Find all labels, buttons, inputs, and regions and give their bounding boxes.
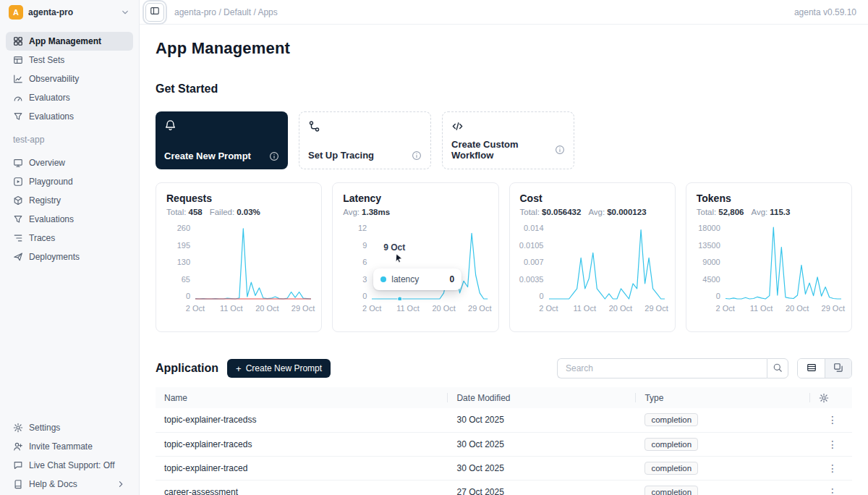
info-icon[interactable] [555, 145, 565, 155]
sidebar-item-test-sets[interactable]: Test Sets [6, 51, 133, 69]
chart-plot [726, 224, 841, 300]
search-button[interactable] [767, 358, 788, 378]
create-custom-workflow-card[interactable]: Create Custom Workflow [442, 111, 574, 169]
sidebar-item-label: Evaluations [29, 111, 74, 122]
info-icon[interactable] [269, 151, 279, 161]
sidebar-item-label: Evaluators [29, 93, 70, 103]
metric-charts: RequestsTotal:458Failed:0.03%26019513065… [156, 182, 852, 332]
gear-icon [13, 423, 23, 433]
chart-stat: Avg:$0.000123 [588, 208, 646, 216]
page-title: App Management [156, 39, 852, 58]
x-tick-label: 20 Oct [432, 304, 455, 313]
card-view-button[interactable] [825, 359, 851, 378]
sidebar-item-label: Test Sets [29, 55, 64, 65]
panel-icon [150, 6, 160, 18]
sidebar: A agenta-pro App ManagementTest SetsObse… [0, 0, 140, 495]
gauge-icon [13, 93, 23, 103]
table-view-button[interactable] [798, 359, 825, 378]
play-icon [13, 177, 23, 187]
breadcrumb[interactable]: agenta-pro / Default / Apps [174, 7, 278, 17]
chart-stat: Failed:0.03% [210, 208, 260, 216]
tooltip-series-name: latency [391, 274, 419, 284]
row-more-button[interactable]: ⋮ [823, 412, 842, 427]
x-axis: 2 Oct11 Oct20 Oct29 Oct [549, 304, 665, 314]
chart-card-latency: LatencyAvg:1.38ms1296302 Oct11 Oct20 Oct… [332, 182, 498, 332]
app-type: completion [636, 480, 810, 495]
sidebar-item-playground[interactable]: Playground [6, 172, 133, 191]
x-tick-label: 11 Oct [573, 304, 596, 313]
y-tick-label: 0 [716, 292, 720, 300]
workspace-switcher[interactable]: A agenta-pro [0, 0, 139, 25]
series-dot-icon [380, 276, 386, 282]
y-tick-label: 9000 [702, 258, 720, 266]
sidebar-item-registry[interactable]: Registry [6, 191, 133, 210]
y-axis: 129630 [343, 224, 372, 300]
column-header-name[interactable]: Name [156, 387, 448, 408]
sidebar-item-deployments[interactable]: Deployments [6, 248, 133, 266]
chart-title: Tokens [697, 192, 841, 204]
row-more-button[interactable]: ⋮ [823, 485, 842, 495]
y-axis: 1800013500900045000 [697, 224, 726, 300]
sidebar-item-evaluators[interactable]: Evaluators [6, 88, 133, 107]
sidebar-app-nav: OverviewPlaygroundRegistryEvaluationsTra… [0, 149, 139, 266]
column-header-type[interactable]: Type [636, 387, 810, 408]
app-name: topic-explainer-tracedss [156, 408, 448, 432]
create-new-prompt-card[interactable]: Create New Prompt [156, 111, 288, 169]
chevron-down-icon [120, 7, 130, 17]
app-type: completion [636, 432, 810, 456]
table-row[interactable]: topic-explainer-tracedss30 Oct 2025compl… [156, 408, 852, 432]
sidebar-item-label: Settings [29, 423, 60, 433]
sidebar-item-traces[interactable]: Traces [6, 229, 133, 248]
create-new-prompt-button[interactable]: + Create New Prompt [227, 359, 331, 378]
gear-icon[interactable] [819, 393, 829, 403]
hover-point-marker [398, 297, 402, 300]
search-input[interactable] [557, 358, 767, 378]
y-tick-label: 0 [362, 292, 367, 300]
table-row[interactable]: topic-explainer-traceds30 Oct 2025comple… [156, 432, 852, 456]
info-icon[interactable] [412, 151, 422, 161]
table-row[interactable]: career-assessment27 Oct 2025completion⋮ [156, 480, 852, 495]
set-up-tracing-card[interactable]: Set Up Tracing [299, 111, 431, 169]
grid-icon [13, 36, 23, 46]
sidebar-item-evaluations[interactable]: Evaluations [6, 210, 133, 229]
y-tick-label: 195 [177, 242, 190, 250]
y-tick-label: 65 [182, 276, 190, 284]
sidebar-item-settings[interactable]: Settings [6, 418, 133, 437]
view-toggle [797, 358, 852, 378]
get-started-title: Get Started [156, 82, 852, 96]
type-badge: completion [644, 413, 698, 426]
chart-stats: Total:52,806Avg:115.3 [697, 208, 841, 216]
chart-stat: Avg:115.3 [751, 208, 790, 216]
y-tick-label: 18000 [698, 224, 720, 232]
book-icon [13, 479, 23, 489]
sidebar-item-overview[interactable]: Overview [6, 153, 133, 172]
chart-stat: Avg:1.38ms [343, 208, 390, 216]
chart-stats: Total:458Failed:0.03% [166, 208, 311, 216]
y-tick-label: 130 [177, 258, 190, 266]
sidebar-item-help-docs[interactable]: Help & Docs [6, 475, 133, 494]
table-icon [13, 55, 23, 65]
sidebar-item-invite-teammate[interactable]: Invite Teammate [6, 437, 133, 456]
sidebar-item-label: Traces [29, 233, 55, 243]
sidebar-item-evaluations[interactable]: Evaluations [6, 107, 133, 126]
sidebar-item-observability[interactable]: Observability [6, 69, 133, 88]
table-row[interactable]: topic-explainer-traced30 Oct 2025complet… [156, 456, 852, 480]
column-header-actions [810, 387, 852, 408]
chart-card-tokens: TokensTotal:52,806Avg:115.31800013500900… [686, 182, 852, 332]
main-column: agenta-pro / Default / Apps agenta v0.59… [140, 0, 868, 495]
y-tick-label: 0 [539, 292, 543, 300]
sidebar-item-live-chat-support-off[interactable]: Live Chat Support: Off [6, 456, 133, 475]
plane-icon [13, 252, 23, 262]
flow-icon [308, 120, 422, 132]
tree-icon [13, 233, 23, 243]
sidebar-collapse-button[interactable] [145, 3, 164, 22]
chart-stats: Total:$0.056432Avg:$0.000123 [520, 208, 665, 216]
row-more-button[interactable]: ⋮ [823, 437, 842, 452]
column-header-date-modified[interactable]: Date Modified [448, 387, 636, 408]
x-tick-label: 11 Oct [750, 304, 773, 313]
sidebar-item-app-management[interactable]: App Management [6, 32, 133, 51]
row-more-button[interactable]: ⋮ [823, 461, 842, 475]
app-version: agenta v0.59.10 [794, 7, 856, 17]
chart-plot [195, 224, 311, 300]
x-tick-label: 29 Oct [292, 304, 315, 313]
